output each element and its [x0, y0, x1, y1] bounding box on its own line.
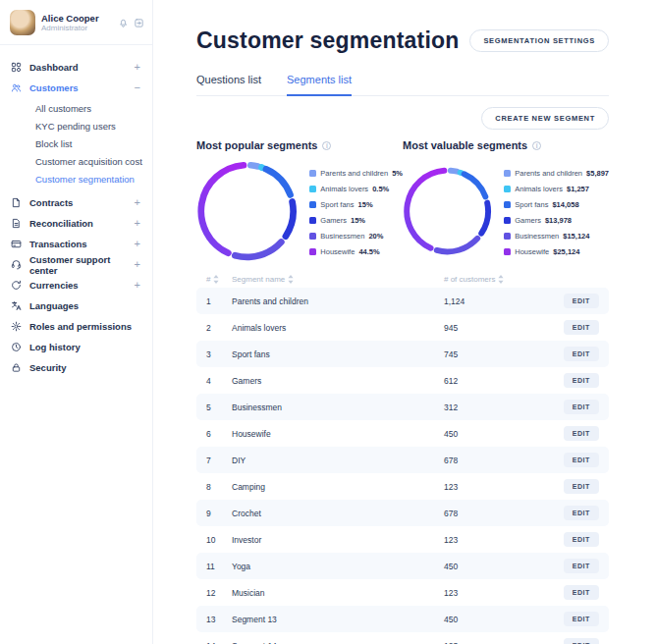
- segment-name: Segment 14: [232, 641, 444, 644]
- column-header-customers[interactable]: # of customers: [444, 275, 554, 284]
- create-new-segment-button[interactable]: Create new segment: [481, 107, 609, 130]
- row-number: 3: [206, 349, 232, 359]
- expand-toggle-icon[interactable]: −: [135, 82, 140, 93]
- sidebar: Alice Cooper Administrator Dashboard+Cus…: [0, 0, 153, 644]
- expand-toggle-icon[interactable]: +: [135, 218, 140, 229]
- sidebar-item-label: Currencies: [29, 280, 79, 291]
- legend-label: Parents and children: [515, 169, 582, 178]
- row-number: 5: [206, 402, 232, 412]
- legend-swatch: [309, 217, 316, 224]
- legend-value: $5,897: [586, 169, 609, 178]
- sidebar-subitem-block-list[interactable]: Block list: [0, 135, 152, 153]
- edit-button[interactable]: Edit: [564, 453, 599, 467]
- edit-button[interactable]: Edit: [564, 373, 599, 388]
- info-icon[interactable]: i: [322, 141, 331, 150]
- legend-item: Housewife44.5%: [309, 243, 403, 259]
- sidebar-item-contracts[interactable]: Contracts+: [0, 192, 152, 213]
- row-number: 11: [206, 562, 232, 571]
- user-name: Alice Cooper: [41, 13, 112, 24]
- edit-button[interactable]: Edit: [564, 638, 599, 644]
- edit-button[interactable]: Edit: [564, 585, 599, 600]
- column-header-segment-name[interactable]: Segment name: [232, 275, 444, 284]
- sidebar-item-currencies[interactable]: Currencies+: [0, 275, 152, 295]
- row-number: 10: [206, 535, 232, 545]
- sidebar-item-reconciliation[interactable]: Reconciliation+: [0, 213, 152, 234]
- edit-button[interactable]: Edit: [564, 559, 599, 573]
- expand-toggle-icon[interactable]: +: [135, 239, 140, 249]
- avatar[interactable]: [10, 10, 35, 35]
- sidebar-subitem-customer-segmentation[interactable]: Customer segmentation: [0, 171, 152, 188]
- customer-count: 450: [444, 615, 554, 624]
- expand-toggle-icon[interactable]: +: [135, 197, 140, 208]
- sidebar-item-transactions[interactable]: Transactions+: [0, 234, 152, 254]
- edit-button[interactable]: Edit: [564, 506, 599, 520]
- logout-icon[interactable]: [134, 18, 144, 28]
- legend-item: Housewife$25,124: [504, 243, 609, 259]
- row-number: 2: [206, 323, 232, 333]
- edit-button[interactable]: Edit: [564, 479, 599, 494]
- row-number: 8: [206, 482, 232, 492]
- sidebar-item-dashboard[interactable]: Dashboard+: [0, 57, 152, 78]
- sidebar-item-languages[interactable]: Languages: [0, 295, 152, 316]
- sidebar-item-roles-and-permissions[interactable]: Roles and permissions: [0, 316, 152, 337]
- legend-item: Parents and children$5,897: [504, 165, 609, 181]
- segment-name: Crochet: [232, 509, 444, 518]
- expand-toggle-icon[interactable]: +: [135, 280, 140, 291]
- donut-chart: [196, 160, 298, 262]
- legend-swatch: [309, 233, 316, 240]
- edit-button[interactable]: Edit: [564, 294, 599, 308]
- info-icon[interactable]: i: [532, 141, 541, 150]
- edit-button[interactable]: Edit: [564, 612, 599, 626]
- row-number: 7: [206, 456, 232, 465]
- legend-label: Parents and children: [320, 169, 388, 178]
- sidebar-item-customers[interactable]: Customers−: [0, 78, 152, 98]
- customer-count: 123: [444, 482, 554, 492]
- edit-button[interactable]: Edit: [564, 532, 599, 547]
- edit-button[interactable]: Edit: [564, 426, 599, 441]
- sidebar-item-label: Customer support center: [29, 254, 127, 276]
- customer-count: 1,124: [444, 296, 554, 306]
- legend-label: Businessmen: [515, 232, 559, 241]
- segmentation-settings-button[interactable]: Segmentation settings: [469, 29, 609, 52]
- segment-name: Yoga: [232, 562, 444, 571]
- customer-count: 945: [444, 323, 554, 333]
- tab-questions-list[interactable]: Questions list: [196, 74, 261, 95]
- row-number: 12: [206, 588, 232, 598]
- row-number: 6: [206, 429, 232, 439]
- transactions-icon: [11, 239, 22, 249]
- expand-toggle-icon[interactable]: +: [135, 62, 140, 73]
- table-row: 6Housewife450Edit: [196, 420, 609, 447]
- segment-name: Gamers: [232, 376, 444, 386]
- legend-item: Parents and children5%: [309, 165, 403, 181]
- sidebar-item-security[interactable]: Security: [0, 357, 152, 378]
- sidebar-subitem-all-customers[interactable]: All customers: [0, 100, 152, 118]
- sidebar-item-log-history[interactable]: Log history: [0, 337, 152, 357]
- column-header-num[interactable]: #: [206, 275, 232, 284]
- edit-button[interactable]: Edit: [564, 347, 599, 361]
- legend-item: Businessmen$15,124: [504, 228, 609, 243]
- donut-chart: [403, 160, 492, 262]
- sidebar-item-label: Reconciliation: [29, 218, 93, 229]
- expand-toggle-icon[interactable]: +: [135, 259, 140, 270]
- sidebar-subitem-customer-acquisition-cost[interactable]: Customer acquisition cost: [0, 153, 152, 171]
- table-row: 9Crochet678Edit: [196, 500, 609, 526]
- notifications-bell-icon[interactable]: [118, 18, 129, 28]
- row-number: 9: [206, 509, 232, 518]
- customer-count: 678: [444, 509, 554, 518]
- edit-button[interactable]: Edit: [564, 400, 599, 414]
- legend-value: 5%: [392, 169, 403, 178]
- legend-swatch: [504, 217, 511, 224]
- sidebar-item-label: Security: [29, 362, 67, 373]
- legend-value: $13,978: [545, 216, 572, 225]
- sidebar-subitem-kyc-pending-users[interactable]: KYC pending users: [0, 118, 152, 135]
- sidebar-item-customer-support-center[interactable]: Customer support center+: [0, 254, 152, 275]
- tab-segments-list[interactable]: Segments list: [287, 74, 352, 96]
- edit-button[interactable]: Edit: [564, 320, 599, 335]
- legend-label: Animals lovers: [515, 185, 563, 193]
- dashboard-icon: [11, 62, 22, 73]
- legend-item: Sport fans$14,058: [504, 196, 609, 212]
- chart-most-popular-segments: Most popular segmentsiParents and childr…: [196, 139, 403, 262]
- sidebar-item-label: Transactions: [29, 239, 87, 249]
- sidebar-item-label: Roles and permissions: [29, 321, 132, 332]
- legend-swatch: [504, 186, 511, 192]
